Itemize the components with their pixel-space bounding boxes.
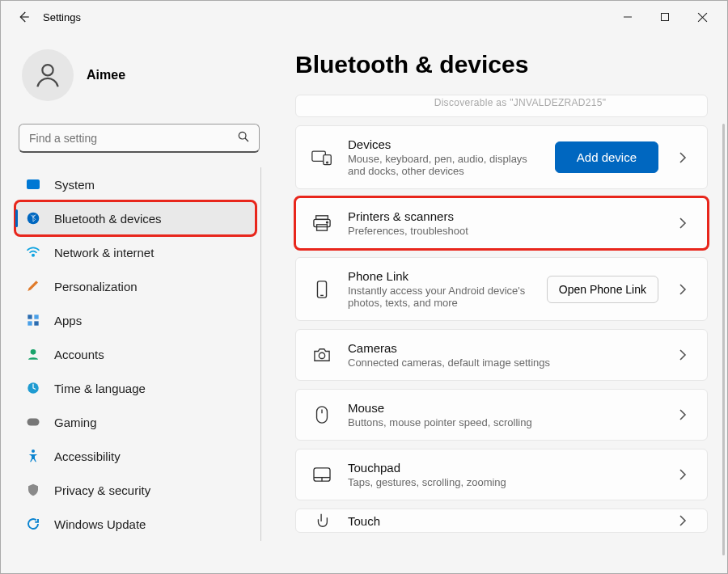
sidebar-item-privacy-security[interactable]: Privacy & security xyxy=(15,473,256,507)
minimize-icon xyxy=(623,12,633,22)
paintbrush-icon xyxy=(25,279,41,293)
card-mouse[interactable]: Mouse Buttons, mouse pointer speed, scro… xyxy=(295,389,708,441)
card-title: Cameras xyxy=(348,341,658,355)
card-sub: Connected cameras, default image setting… xyxy=(348,357,658,369)
svg-rect-11 xyxy=(28,321,32,325)
close-button[interactable] xyxy=(684,5,721,29)
card-touchpad[interactable]: Touchpad Taps, gestures, scrolling, zoom… xyxy=(295,449,708,500)
app-title: Settings xyxy=(43,11,81,23)
sidebar-item-apps[interactable]: Apps xyxy=(15,303,256,337)
back-arrow-icon xyxy=(16,10,31,24)
sidebar-item-gaming[interactable]: Gaming xyxy=(15,405,256,439)
search-icon xyxy=(237,130,250,146)
open-phone-link-button[interactable]: Open Phone Link xyxy=(547,276,658,303)
svg-rect-22 xyxy=(317,225,328,230)
sidebar-item-time-language[interactable]: Time & language xyxy=(15,371,256,405)
card-title: Phone Link xyxy=(348,269,532,283)
sidebar-item-network[interactable]: Network & internet xyxy=(15,235,256,269)
touchpad-icon xyxy=(311,466,333,483)
svg-rect-1 xyxy=(662,14,669,21)
page-title: Bluetooth & devices xyxy=(295,51,708,78)
card-title: Touchpad xyxy=(348,461,658,475)
mouse-icon xyxy=(311,405,333,424)
card-title: Mouse xyxy=(348,401,658,415)
sidebar: Aimee System Bluetooth & devices xyxy=(1,33,276,573)
devices-icon xyxy=(311,149,333,167)
maximize-icon xyxy=(660,12,670,22)
sidebar-item-label: System xyxy=(54,178,95,192)
sidebar-item-label: Gaming xyxy=(54,416,97,429)
card-printers-scanners[interactable]: Printers & scanners Preferences, trouble… xyxy=(295,197,708,249)
svg-rect-27 xyxy=(317,407,328,423)
sidebar-item-system[interactable]: System xyxy=(15,167,256,201)
sidebar-item-windows-update[interactable]: Windows Update xyxy=(15,507,256,541)
user-icon xyxy=(32,60,63,91)
sidebar-item-label: Accounts xyxy=(54,348,104,361)
main-content: Bluetooth & devices Discoverable as "JNV… xyxy=(276,33,727,573)
card-cameras[interactable]: Cameras Connected cameras, default image… xyxy=(295,329,708,381)
svg-point-16 xyxy=(32,449,35,453)
update-icon xyxy=(25,517,41,531)
card-sub: Discoverable as "JNVALDEZRAD215" xyxy=(348,97,692,108)
card-touch-cutoff[interactable]: Touch xyxy=(295,509,708,533)
apps-icon xyxy=(25,314,41,327)
card-title: Touch xyxy=(348,514,658,528)
card-sub: Mouse, keyboard, pen, audio, displays an… xyxy=(348,153,540,177)
clock-globe-icon xyxy=(25,381,41,395)
svg-point-8 xyxy=(32,255,34,256)
svg-rect-12 xyxy=(34,321,38,325)
card-title: Devices xyxy=(348,137,540,151)
chevron-right-icon xyxy=(673,217,692,230)
sidebar-item-bluetooth-devices[interactable]: Bluetooth & devices xyxy=(15,201,256,235)
phone-icon xyxy=(311,280,333,299)
back-button[interactable] xyxy=(7,1,40,33)
chevron-right-icon xyxy=(673,468,692,481)
sidebar-item-accounts[interactable]: Accounts xyxy=(15,337,256,371)
accessibility-icon xyxy=(25,449,41,463)
chevron-right-icon xyxy=(673,283,692,296)
sidebar-item-label: Windows Update xyxy=(54,517,146,531)
chevron-right-icon xyxy=(673,348,692,361)
settings-card-list: Discoverable as "JNVALDEZRAD215" Devices… xyxy=(295,95,708,533)
chevron-right-icon xyxy=(673,514,692,527)
card-phone-link[interactable]: Phone Link Instantly access your Android… xyxy=(295,257,708,321)
avatar xyxy=(22,49,74,101)
svg-rect-15 xyxy=(28,419,40,426)
window-controls xyxy=(609,5,721,29)
svg-point-13 xyxy=(31,349,36,355)
card-sub: Preferences, troubleshoot xyxy=(348,225,658,237)
gaming-icon xyxy=(25,416,41,428)
sidebar-item-personalization[interactable]: Personalization xyxy=(15,269,256,303)
svg-point-26 xyxy=(319,352,324,358)
sidebar-item-label: Time & language xyxy=(54,382,146,395)
svg-line-6 xyxy=(245,138,248,141)
search-input[interactable] xyxy=(19,124,260,153)
sidebar-item-accessibility[interactable]: Accessibility xyxy=(15,439,256,473)
add-device-button[interactable]: Add device xyxy=(555,141,658,173)
sidebar-item-label: Bluetooth & devices xyxy=(54,212,162,226)
shield-icon xyxy=(25,483,41,497)
scrollbar[interactable] xyxy=(722,124,725,555)
maximize-button[interactable] xyxy=(646,5,684,29)
svg-rect-9 xyxy=(28,314,32,319)
touch-icon xyxy=(311,512,333,530)
card-devices[interactable]: Devices Mouse, keyboard, pen, audio, dis… xyxy=(295,125,708,189)
sidebar-item-label: Accessibility xyxy=(54,449,121,463)
sidebar-item-label: Network & internet xyxy=(54,246,154,260)
wifi-icon xyxy=(25,247,41,258)
search-box xyxy=(19,124,260,153)
card-discoverable-cutoff[interactable]: Discoverable as "JNVALDEZRAD215" xyxy=(295,95,708,117)
sidebar-item-label: Privacy & security xyxy=(54,483,150,497)
system-icon xyxy=(25,179,41,189)
svg-point-5 xyxy=(239,132,246,139)
close-icon xyxy=(697,12,708,23)
card-sub: Taps, gestures, scrolling, zooming xyxy=(348,476,658,488)
chevron-right-icon xyxy=(673,408,692,421)
minimize-button[interactable] xyxy=(609,5,646,29)
bluetooth-icon xyxy=(25,212,41,225)
svg-rect-20 xyxy=(316,216,328,220)
card-title: Printers & scanners xyxy=(348,209,658,223)
card-sub: Instantly access your Android device's p… xyxy=(348,285,532,309)
user-row[interactable]: Aimee xyxy=(15,41,266,120)
svg-point-4 xyxy=(42,65,53,75)
